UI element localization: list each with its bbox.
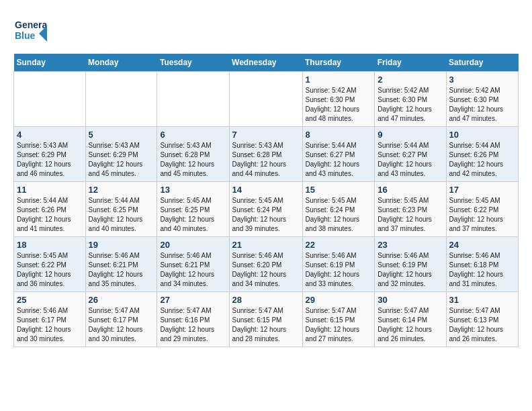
calendar-cell: 24Sunrise: 5:46 AM Sunset: 6:18 PM Dayli… xyxy=(446,237,519,292)
day-info: Sunrise: 5:43 AM Sunset: 6:29 PM Dayligh… xyxy=(17,141,83,179)
svg-text:General: General xyxy=(15,19,47,30)
day-info: Sunrise: 5:44 AM Sunset: 6:27 PM Dayligh… xyxy=(306,141,372,179)
calendar-cell xyxy=(14,72,86,127)
weekday-header-saturday: Saturday xyxy=(446,54,519,72)
day-info: Sunrise: 5:44 AM Sunset: 6:26 PM Dayligh… xyxy=(17,196,83,234)
calendar-cell: 10Sunrise: 5:44 AM Sunset: 6:26 PM Dayli… xyxy=(446,127,519,182)
day-number: 29 xyxy=(306,295,372,305)
weekday-header-row: SundayMondayTuesdayWednesdayThursdayFrid… xyxy=(14,54,519,72)
day-info: Sunrise: 5:44 AM Sunset: 6:27 PM Dayligh… xyxy=(378,141,443,179)
day-number: 1 xyxy=(306,75,372,85)
day-info: Sunrise: 5:46 AM Sunset: 6:19 PM Dayligh… xyxy=(306,251,372,289)
calendar-cell: 8Sunrise: 5:44 AM Sunset: 6:27 PM Daylig… xyxy=(302,127,375,182)
day-info: Sunrise: 5:42 AM Sunset: 6:30 PM Dayligh… xyxy=(306,86,372,124)
calendar-cell: 13Sunrise: 5:45 AM Sunset: 6:25 PM Dayli… xyxy=(157,182,229,237)
calendar-cell: 14Sunrise: 5:45 AM Sunset: 6:24 PM Dayli… xyxy=(229,182,302,237)
day-info: Sunrise: 5:47 AM Sunset: 6:15 PM Dayligh… xyxy=(232,306,300,344)
day-number: 27 xyxy=(160,295,226,305)
day-number: 23 xyxy=(378,240,443,250)
day-number: 15 xyxy=(306,185,372,195)
weekday-header-tuesday: Tuesday xyxy=(157,54,229,72)
day-info: Sunrise: 5:44 AM Sunset: 6:26 PM Dayligh… xyxy=(449,141,516,179)
day-info: Sunrise: 5:44 AM Sunset: 6:25 PM Dayligh… xyxy=(89,196,154,234)
day-number: 31 xyxy=(449,295,516,305)
logo: General Blue xyxy=(13,13,47,47)
calendar-cell: 20Sunrise: 5:46 AM Sunset: 6:21 PM Dayli… xyxy=(157,237,229,292)
day-number: 22 xyxy=(306,240,372,250)
calendar-week-3: 11Sunrise: 5:44 AM Sunset: 6:26 PM Dayli… xyxy=(14,182,519,237)
day-info: Sunrise: 5:43 AM Sunset: 6:29 PM Dayligh… xyxy=(89,141,154,179)
day-number: 12 xyxy=(89,185,154,195)
calendar-cell: 23Sunrise: 5:46 AM Sunset: 6:19 PM Dayli… xyxy=(375,237,446,292)
calendar-cell: 29Sunrise: 5:47 AM Sunset: 6:15 PM Dayli… xyxy=(302,292,375,347)
day-number: 11 xyxy=(17,185,83,195)
weekday-header-friday: Friday xyxy=(375,54,446,72)
day-number: 26 xyxy=(89,295,154,305)
weekday-header-monday: Monday xyxy=(85,54,157,72)
calendar-week-5: 25Sunrise: 5:46 AM Sunset: 6:17 PM Dayli… xyxy=(14,292,519,347)
day-info: Sunrise: 5:42 AM Sunset: 6:30 PM Dayligh… xyxy=(378,86,443,124)
day-number: 28 xyxy=(232,295,300,305)
calendar-cell: 1Sunrise: 5:42 AM Sunset: 6:30 PM Daylig… xyxy=(302,72,375,127)
calendar-cell: 9Sunrise: 5:44 AM Sunset: 6:27 PM Daylig… xyxy=(375,127,446,182)
calendar-cell: 6Sunrise: 5:43 AM Sunset: 6:28 PM Daylig… xyxy=(157,127,229,182)
calendar-cell: 5Sunrise: 5:43 AM Sunset: 6:29 PM Daylig… xyxy=(85,127,157,182)
day-info: Sunrise: 5:46 AM Sunset: 6:17 PM Dayligh… xyxy=(17,306,83,344)
day-info: Sunrise: 5:46 AM Sunset: 6:21 PM Dayligh… xyxy=(89,251,154,289)
day-number: 8 xyxy=(306,130,372,140)
day-info: Sunrise: 5:47 AM Sunset: 6:17 PM Dayligh… xyxy=(89,306,154,344)
calendar-cell: 25Sunrise: 5:46 AM Sunset: 6:17 PM Dayli… xyxy=(14,292,86,347)
calendar-cell: 30Sunrise: 5:47 AM Sunset: 6:14 PM Dayli… xyxy=(375,292,446,347)
day-info: Sunrise: 5:45 AM Sunset: 6:22 PM Dayligh… xyxy=(449,196,516,234)
day-info: Sunrise: 5:46 AM Sunset: 6:21 PM Dayligh… xyxy=(160,251,226,289)
svg-text:Blue: Blue xyxy=(15,30,36,41)
day-number: 25 xyxy=(17,295,83,305)
day-info: Sunrise: 5:47 AM Sunset: 6:13 PM Dayligh… xyxy=(449,306,516,344)
calendar-week-4: 18Sunrise: 5:45 AM Sunset: 6:22 PM Dayli… xyxy=(14,237,519,292)
calendar-cell: 19Sunrise: 5:46 AM Sunset: 6:21 PM Dayli… xyxy=(85,237,157,292)
calendar-cell: 22Sunrise: 5:46 AM Sunset: 6:19 PM Dayli… xyxy=(302,237,375,292)
calendar-cell: 11Sunrise: 5:44 AM Sunset: 6:26 PM Dayli… xyxy=(14,182,86,237)
day-info: Sunrise: 5:45 AM Sunset: 6:25 PM Dayligh… xyxy=(160,196,226,234)
calendar-cell: 28Sunrise: 5:47 AM Sunset: 6:15 PM Dayli… xyxy=(229,292,302,347)
day-number: 16 xyxy=(378,185,443,195)
calendar-cell: 16Sunrise: 5:45 AM Sunset: 6:23 PM Dayli… xyxy=(375,182,446,237)
day-number: 6 xyxy=(160,130,226,140)
calendar-cell: 31Sunrise: 5:47 AM Sunset: 6:13 PM Dayli… xyxy=(446,292,519,347)
day-number: 30 xyxy=(378,295,443,305)
weekday-header-wednesday: Wednesday xyxy=(229,54,302,72)
day-number: 21 xyxy=(232,240,300,250)
day-number: 9 xyxy=(378,130,443,140)
calendar-table: SundayMondayTuesdayWednesdayThursdayFrid… xyxy=(13,54,519,347)
calendar-cell: 2Sunrise: 5:42 AM Sunset: 6:30 PM Daylig… xyxy=(375,72,446,127)
calendar-cell: 27Sunrise: 5:47 AM Sunset: 6:16 PM Dayli… xyxy=(157,292,229,347)
day-number: 7 xyxy=(232,130,300,140)
day-info: Sunrise: 5:45 AM Sunset: 6:22 PM Dayligh… xyxy=(17,251,83,289)
day-number: 20 xyxy=(160,240,226,250)
calendar-cell: 15Sunrise: 5:45 AM Sunset: 6:24 PM Dayli… xyxy=(302,182,375,237)
calendar-cell: 4Sunrise: 5:43 AM Sunset: 6:29 PM Daylig… xyxy=(14,127,86,182)
day-number: 3 xyxy=(449,75,516,85)
logo-icon: General Blue xyxy=(13,13,47,47)
calendar-cell: 17Sunrise: 5:45 AM Sunset: 6:22 PM Dayli… xyxy=(446,182,519,237)
day-info: Sunrise: 5:42 AM Sunset: 6:30 PM Dayligh… xyxy=(449,86,516,124)
day-number: 19 xyxy=(89,240,154,250)
calendar-cell: 21Sunrise: 5:46 AM Sunset: 6:20 PM Dayli… xyxy=(229,237,302,292)
weekday-header-sunday: Sunday xyxy=(14,54,86,72)
day-number: 5 xyxy=(89,130,154,140)
day-number: 13 xyxy=(160,185,226,195)
calendar-cell: 3Sunrise: 5:42 AM Sunset: 6:30 PM Daylig… xyxy=(446,72,519,127)
day-info: Sunrise: 5:43 AM Sunset: 6:28 PM Dayligh… xyxy=(232,141,300,179)
day-info: Sunrise: 5:46 AM Sunset: 6:18 PM Dayligh… xyxy=(449,251,516,289)
day-info: Sunrise: 5:47 AM Sunset: 6:14 PM Dayligh… xyxy=(378,306,443,344)
day-number: 14 xyxy=(232,185,300,195)
day-number: 4 xyxy=(17,130,83,140)
calendar-cell: 18Sunrise: 5:45 AM Sunset: 6:22 PM Dayli… xyxy=(14,237,86,292)
weekday-header-thursday: Thursday xyxy=(302,54,375,72)
calendar-cell xyxy=(229,72,302,127)
calendar-cell: 7Sunrise: 5:43 AM Sunset: 6:28 PM Daylig… xyxy=(229,127,302,182)
calendar-week-1: 1Sunrise: 5:42 AM Sunset: 6:30 PM Daylig… xyxy=(14,72,519,127)
calendar-body: 1Sunrise: 5:42 AM Sunset: 6:30 PM Daylig… xyxy=(14,72,519,347)
calendar-cell xyxy=(85,72,157,127)
day-info: Sunrise: 5:46 AM Sunset: 6:19 PM Dayligh… xyxy=(378,251,443,289)
